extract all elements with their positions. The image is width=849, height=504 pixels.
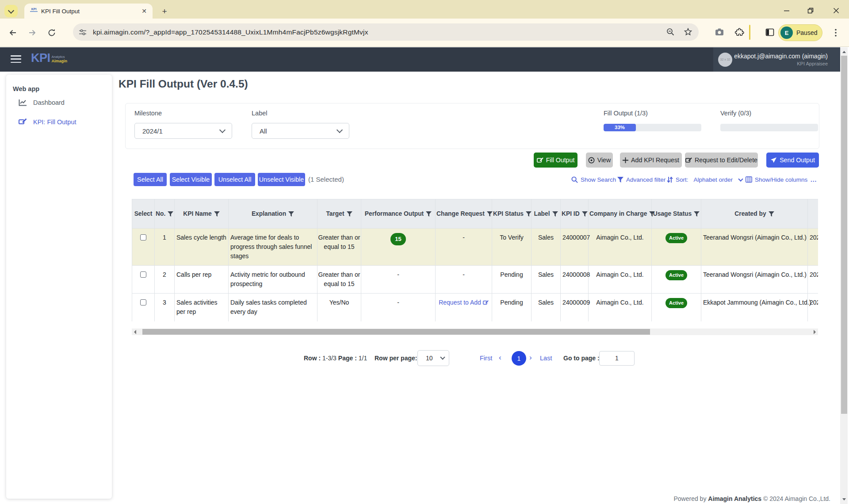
col-created-by[interactable]: Created by xyxy=(701,199,808,229)
window-minimize-button[interactable] xyxy=(780,6,793,15)
table-row: 1 Sales cycle length Average time for de… xyxy=(132,229,818,266)
pagination-last[interactable]: Last xyxy=(540,355,552,362)
cell-target: Greater than or equal to 15 xyxy=(317,266,361,294)
cell-usage-status: Active xyxy=(652,294,701,322)
label-select[interactable]: All xyxy=(252,123,349,139)
col-performance-output[interactable]: Performance Output xyxy=(361,199,436,229)
scroll-down-icon[interactable] xyxy=(842,498,846,500)
site-settings-icon[interactable] xyxy=(79,28,87,36)
pagination-current-page[interactable]: 1 xyxy=(512,351,526,366)
avatar: 32 x 32 xyxy=(718,53,732,67)
sidebar-item-dashboard[interactable]: Dashboard xyxy=(19,99,65,106)
camera-icon[interactable] xyxy=(715,27,724,37)
scroll-right-icon[interactable] xyxy=(814,330,816,334)
sort-control[interactable]: Sort: Alphabet order xyxy=(667,173,742,186)
col-kpi-id[interactable]: KPI ID xyxy=(561,199,589,229)
tab-close-icon[interactable]: ✕ xyxy=(141,8,148,15)
new-tab-button[interactable]: + xyxy=(159,6,170,17)
sort-icon xyxy=(667,176,673,183)
cell-explanation: Daily sales tasks completed every day xyxy=(229,294,317,322)
scroll-left-icon[interactable] xyxy=(134,330,136,334)
add-kpi-request-button[interactable]: Add KPI Request xyxy=(620,153,682,168)
row-per-page-select[interactable]: 10 xyxy=(417,350,449,366)
bookmark-star-icon[interactable] xyxy=(684,27,693,37)
col-created-date[interactable] xyxy=(808,199,818,229)
zoom-icon[interactable] xyxy=(666,27,676,37)
tab-search-button[interactable] xyxy=(4,5,18,17)
advanced-filter-button[interactable]: Advanced filter xyxy=(617,173,665,186)
unselect-all-button[interactable]: Unselect All xyxy=(214,173,255,186)
cell-usage-status: Active xyxy=(652,266,701,294)
cell-kpi-id: 24000008 xyxy=(561,266,589,294)
scroll-up-icon[interactable] xyxy=(842,51,846,53)
window-close-button[interactable] xyxy=(830,6,843,15)
view-button[interactable]: View xyxy=(586,153,613,168)
filter-icon xyxy=(214,211,220,217)
side-panel-icon[interactable] xyxy=(765,27,775,37)
col-company-in-charge[interactable]: Company in Charge xyxy=(589,199,652,229)
col-kpi-name[interactable]: KPI Name xyxy=(175,199,229,229)
edit-icon xyxy=(685,157,692,164)
reload-icon[interactable] xyxy=(46,27,57,38)
performance-badge[interactable]: 15 xyxy=(390,233,405,245)
columns-icon xyxy=(746,176,752,183)
plus-icon xyxy=(623,157,628,163)
goto-page-input[interactable]: 1 xyxy=(599,351,635,366)
cell-company: Aimagin Co., Ltd. xyxy=(589,266,652,294)
vertical-scrollbar[interactable] xyxy=(840,47,848,504)
col-kpi-status[interactable]: KPI Status xyxy=(492,199,532,229)
sort-value[interactable]: Alphabet order xyxy=(694,176,733,183)
horizontal-scrollbar-thumb[interactable] xyxy=(142,329,650,335)
col-target[interactable]: Target xyxy=(317,199,361,229)
back-icon[interactable] xyxy=(8,27,18,38)
cell-usage-status: Active xyxy=(652,229,701,266)
request-edit-delete-button[interactable]: Request to Edit/Delete xyxy=(685,153,758,168)
profile-button[interactable]: E Paused xyxy=(778,24,822,41)
row-checkbox[interactable] xyxy=(140,234,146,241)
footer-brand: Aimagin Analytics xyxy=(708,495,761,502)
col-select: Select xyxy=(132,199,155,229)
more-options-button[interactable]: ... xyxy=(811,173,817,186)
col-change-request[interactable]: Change Request xyxy=(436,199,492,229)
user-panel[interactable]: 32 x 32 ekkapot.j@aimagin.com (aimagin) … xyxy=(713,47,841,72)
row-page-info: Row : 1-3/3 Page : 1/1 xyxy=(304,355,367,362)
col-no[interactable]: No. xyxy=(155,199,175,229)
filter-icon xyxy=(426,211,432,217)
line-chart-icon xyxy=(19,99,27,106)
vertical-scrollbar-thumb[interactable] xyxy=(841,56,847,414)
col-label[interactable]: Label xyxy=(532,199,561,229)
extensions-icon[interactable] xyxy=(735,27,745,37)
cell-kpi-name: Calls per rep xyxy=(175,266,229,294)
pagination-prev-icon[interactable]: ‹ xyxy=(499,353,501,362)
milestone-select[interactable]: 2024/1 xyxy=(134,123,232,139)
tab-title: KPI Fill Output xyxy=(41,8,141,15)
pagination-first[interactable]: First xyxy=(480,355,492,362)
select-all-button[interactable]: Select All xyxy=(134,173,167,186)
col-usage-status[interactable]: Usage Status xyxy=(652,199,701,229)
send-output-button[interactable]: Send Output xyxy=(766,153,819,168)
hamburger-menu-icon[interactable] xyxy=(11,55,21,63)
view-icon xyxy=(588,157,595,164)
row-checkbox[interactable] xyxy=(140,271,146,278)
browser-menu-icon[interactable] xyxy=(831,27,840,38)
pagination-next-icon[interactable]: › xyxy=(529,353,532,362)
row-checkbox[interactable] xyxy=(140,299,146,305)
fill-output-button[interactable]: Fill Output xyxy=(534,153,577,168)
request-to-add-link[interactable]: Request to Add xyxy=(439,299,489,306)
app-logo[interactable]: KPI Analytics Aimagin xyxy=(31,51,67,65)
show-search-button[interactable]: Show Search xyxy=(571,173,616,186)
col-explanation[interactable]: Explanation xyxy=(229,199,317,229)
url-bar[interactable]: kpi.aimagin.com/?_appId=app_170254531448… xyxy=(73,23,699,41)
horizontal-scrollbar[interactable] xyxy=(132,328,818,335)
window-restore-button[interactable] xyxy=(804,6,817,15)
selected-count: (1 Selected) xyxy=(308,176,344,183)
sidebar-item-kpi-fill-output[interactable]: KPI: Fill Output xyxy=(19,118,76,126)
url-text: kpi.aimagin.com/?_appId=app_170254531448… xyxy=(93,28,368,36)
send-icon xyxy=(770,157,777,164)
forward-icon[interactable] xyxy=(27,27,38,38)
select-visible-button[interactable]: Select Visible xyxy=(170,173,212,186)
unselect-visible-button[interactable]: Unselect Visible xyxy=(258,173,305,186)
show-hide-columns-button[interactable]: Show/Hide columns xyxy=(746,173,807,186)
browser-tab[interactable]: KPI KPI Fill Output ✕ xyxy=(24,4,153,19)
verify-progress-bar xyxy=(720,124,818,131)
